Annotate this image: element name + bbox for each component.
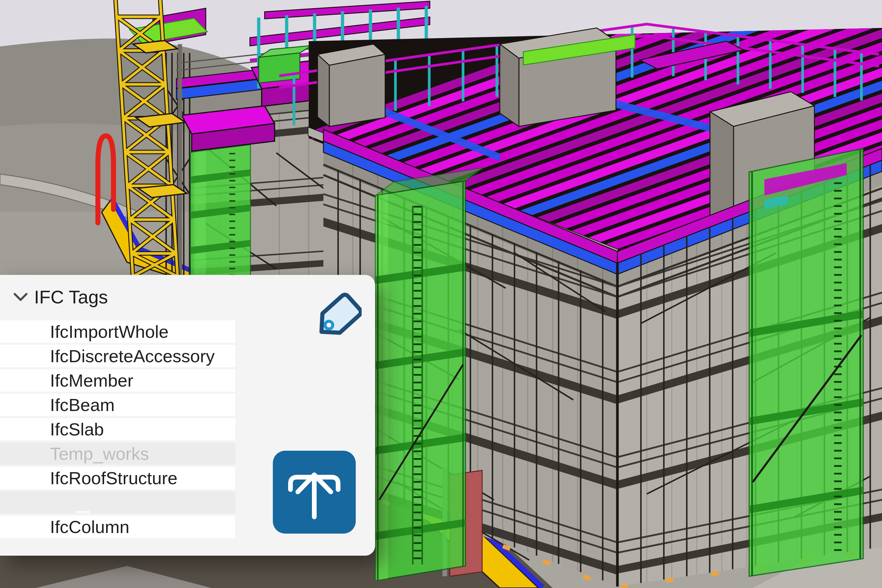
tag-icon[interactable] xyxy=(311,292,362,342)
green-hoist-tower-left[interactable] xyxy=(190,145,250,276)
tag-row[interactable]: IfcSlab xyxy=(0,418,235,440)
ifc-tags-panel: IFC Tags IfcImportWhole IfcDiscreteAcces… xyxy=(0,275,375,556)
tag-row-muted[interactable]: Temp_works xyxy=(0,442,235,465)
app-window: IFC Tags IfcImportWhole IfcDiscreteAcces… xyxy=(0,0,882,588)
tag-row[interactable]: IfcImportWhole xyxy=(0,321,235,343)
tag-row[interactable]: IfcBeam xyxy=(0,394,235,416)
green-hoist-tower-right[interactable] xyxy=(749,148,863,576)
empty-row-dash xyxy=(76,511,90,513)
rooftop-plant-box-small[interactable] xyxy=(318,44,385,126)
tag-row[interactable]: IfcColumn xyxy=(0,516,235,538)
upload-arrow-icon xyxy=(273,451,356,534)
tag-row[interactable]: IfcMember xyxy=(0,369,235,392)
chevron-down-icon[interactable] xyxy=(12,292,29,302)
tag-row[interactable]: IfcDiscreteAccessory xyxy=(0,345,235,367)
panel-title: IFC Tags xyxy=(34,286,108,308)
tag-row[interactable]: IfcRoofStructure xyxy=(0,467,235,489)
tag-list: IfcImportWhole IfcDiscreteAccessory IfcM… xyxy=(0,321,235,540)
upload-button[interactable] xyxy=(273,451,356,534)
tag-row-empty[interactable] xyxy=(0,491,235,514)
